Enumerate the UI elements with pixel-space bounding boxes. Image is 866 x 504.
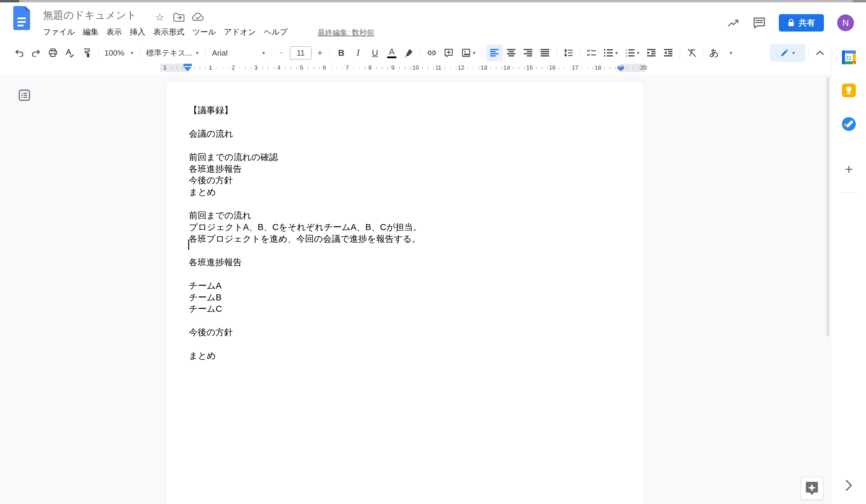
explore-sparkle-icon (805, 481, 819, 496)
font-size-input[interactable]: 11 (290, 46, 311, 59)
highlight-color-button[interactable] (400, 44, 417, 61)
redo-button[interactable] (27, 44, 45, 61)
insert-image-button[interactable]: ▾ (457, 44, 480, 61)
align-right-button[interactable] (520, 44, 537, 61)
chevron-down-icon: ▾ (637, 50, 640, 56)
menu-view[interactable]: 表示 (102, 25, 126, 38)
menu-file[interactable]: ファイル (39, 25, 79, 38)
ruler-number: 12 (457, 64, 466, 71)
text-color-swatch (387, 56, 396, 58)
share-button[interactable]: 共有 (779, 14, 824, 32)
toolbar-divider (703, 47, 703, 59)
google-docs-app: 無題のドキュメント ☆ ファイル 編集 表示 挿入 表示形式 ツール アドオン … (0, 0, 866, 504)
comments-icon[interactable] (753, 17, 766, 29)
menu-edit[interactable]: 編集 (79, 25, 102, 38)
bold-button[interactable]: B (333, 44, 350, 61)
right-indent-marker[interactable] (616, 67, 625, 72)
styles-value: 標準テキス... (146, 48, 192, 58)
ruler-number: 16 (548, 64, 557, 71)
toolbar-divider (271, 47, 272, 59)
undo-button[interactable] (11, 44, 27, 61)
close-side-panel-chevron[interactable] (845, 479, 853, 492)
zoom-select[interactable]: 100% ▾ (101, 44, 136, 61)
font-select[interactable]: Arial ▾ (208, 44, 268, 61)
cloud-saved-icon[interactable] (192, 12, 204, 22)
decrease-indent-button[interactable] (643, 44, 660, 61)
google-tasks-icon[interactable] (842, 117, 856, 131)
clear-formatting-button[interactable] (683, 44, 700, 61)
svg-text:31: 31 (845, 55, 852, 61)
ruler-number: 18 (593, 64, 602, 71)
document-text[interactable]: 【議事録】 会議の流れ 前回までの流れの確認 各班進捗報告 今後の方針 まとめ … (189, 104, 422, 362)
align-left-button[interactable] (486, 44, 503, 61)
text-color-button[interactable]: A (384, 44, 400, 61)
google-calendar-icon[interactable]: 31 (842, 50, 856, 64)
star-icon[interactable]: ☆ (155, 12, 164, 22)
checklist-button[interactable] (583, 44, 600, 61)
spellcheck-button[interactable] (61, 44, 78, 61)
ruler-number: 14 (502, 64, 511, 71)
insert-link-button[interactable] (423, 44, 440, 61)
font-size-decrease-button[interactable]: − (275, 44, 288, 61)
document-title[interactable]: 無題のドキュメント (43, 8, 137, 22)
menu-addons[interactable]: アドオン (220, 25, 260, 38)
google-keep-icon[interactable] (842, 83, 856, 97)
numbered-list-button[interactable]: 1 2 3 ▾ (622, 44, 643, 61)
ruler-number: 2 (229, 64, 238, 71)
chevron-down-icon: ▾ (131, 50, 133, 56)
document-stats-icon[interactable] (728, 18, 740, 27)
zoom-value: 100% (104, 48, 124, 58)
last-edit-link[interactable]: 最終編集: 数秒前 (318, 27, 374, 37)
toolbar-divider (483, 47, 483, 59)
pencil-icon (780, 49, 789, 57)
align-center-button[interactable] (503, 44, 520, 61)
menu-tools[interactable]: ツール (188, 25, 220, 38)
document-page[interactable]: 【議事録】 会議の流れ 前回までの流れの確認 各班進捗報告 今後の方針 まとめ … (166, 82, 643, 504)
side-panel-divider (841, 192, 857, 193)
font-size-increase-button[interactable]: + (313, 44, 326, 61)
ruler-number: 4 (274, 64, 283, 71)
bulleted-list-button[interactable]: ▾ (600, 44, 622, 61)
ruler-number: 1 (206, 64, 215, 71)
ruler-number: 11 (434, 64, 443, 71)
header: 無題のドキュメント ☆ ファイル 編集 表示 挿入 表示形式 ツール アドオン … (0, 2, 866, 42)
ruler-number: 6 (320, 64, 329, 71)
show-outline-button[interactable] (17, 88, 32, 103)
font-value: Arial (212, 48, 227, 58)
ruler-number: 17 (571, 64, 580, 71)
menu-format[interactable]: 表示形式 (149, 25, 188, 38)
toolbar-divider (139, 47, 140, 59)
vertical-scrollbar[interactable] (826, 77, 829, 337)
menu-help[interactable]: ヘルプ (260, 25, 292, 38)
print-button[interactable] (45, 44, 61, 61)
toolbar-divider (420, 47, 420, 59)
editing-mode-button[interactable]: ▾ (770, 44, 805, 62)
collapse-toolbar-button[interactable] (812, 44, 829, 61)
ruler-number: 5 (297, 64, 306, 71)
input-tools-button[interactable]: あ ▾ (706, 44, 735, 61)
menu-insert[interactable]: 挿入 (126, 25, 149, 38)
paint-format-button[interactable] (78, 44, 95, 61)
add-comment-button[interactable] (440, 44, 457, 61)
align-justify-button[interactable] (537, 44, 554, 61)
increase-indent-button[interactable] (660, 44, 677, 61)
paragraph-styles-select[interactable]: 標準テキス... ▾ (143, 44, 202, 61)
get-addons-button[interactable]: + (842, 162, 856, 176)
underline-button[interactable]: U (367, 44, 384, 61)
horizontal-ruler[interactable]: 1 1234567891011121314151617181920 (160, 64, 646, 72)
left-indent-marker[interactable] (183, 64, 192, 72)
move-to-folder-icon[interactable] (173, 12, 185, 22)
chevron-down-icon: ▾ (792, 50, 795, 56)
window-corner-right (853, 0, 866, 2)
docs-logo-icon[interactable] (13, 6, 30, 30)
ruler-number: 1 (160, 64, 169, 71)
line-spacing-button[interactable] (560, 44, 577, 61)
chevron-down-icon: ▾ (473, 50, 476, 56)
avatar[interactable]: N (837, 14, 854, 31)
share-label: 共有 (799, 18, 815, 28)
chevron-down-icon: ▾ (615, 50, 618, 56)
explore-button[interactable] (800, 477, 823, 500)
italic-button[interactable]: I (350, 44, 367, 61)
input-tools-label: あ (709, 47, 719, 59)
lock-icon (788, 19, 795, 27)
